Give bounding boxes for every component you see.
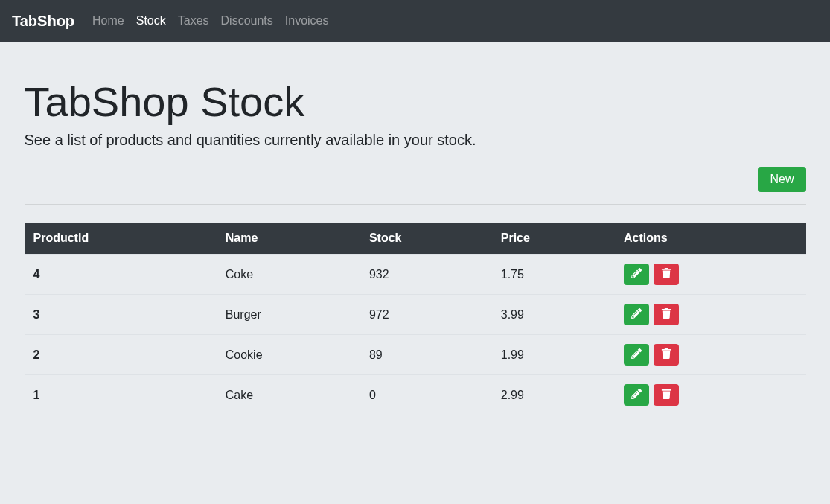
header-name: Name [217, 223, 360, 255]
cell-actions [615, 335, 806, 375]
edit-icon [631, 308, 642, 321]
cell-price: 3.99 [492, 295, 615, 335]
stock-table: ProductId Name Stock Price Actions 4Coke… [25, 223, 806, 415]
table-row: 2Cookie891.99 [25, 335, 806, 375]
cell-productid: 1 [25, 375, 217, 415]
main-container: TabShop Stock See a list of products and… [25, 42, 806, 415]
cell-price: 2.99 [492, 375, 615, 415]
cell-actions [615, 255, 806, 295]
delete-button[interactable] [654, 384, 679, 406]
navbar: TabShop HomeStockTaxesDiscountsInvoices [0, 0, 830, 42]
divider [25, 204, 806, 205]
action-group [624, 304, 797, 325]
edit-button[interactable] [624, 264, 649, 285]
header-productid: ProductId [25, 223, 217, 255]
cell-name: Cake [217, 375, 360, 415]
trash-icon [661, 389, 671, 401]
nav-link-stock[interactable]: Stock [130, 8, 172, 33]
table-row: 1Cake02.99 [25, 375, 806, 415]
cell-price: 1.75 [492, 255, 615, 295]
action-group [624, 264, 797, 285]
navbar-nav: HomeStockTaxesDiscountsInvoices [86, 14, 334, 28]
trash-icon [661, 348, 671, 361]
trash-icon [661, 308, 671, 321]
trash-icon [661, 268, 671, 281]
cell-actions [615, 295, 806, 335]
edit-button[interactable] [624, 344, 649, 366]
navbar-brand[interactable]: TabShop [12, 13, 74, 30]
edit-icon [631, 348, 642, 361]
cell-name: Coke [217, 255, 360, 295]
cell-productid: 4 [25, 255, 217, 295]
action-group [624, 384, 797, 406]
cell-productid: 3 [25, 295, 217, 335]
cell-actions [615, 375, 806, 415]
table-row: 4Coke9321.75 [25, 255, 806, 295]
header-stock: Stock [360, 223, 492, 255]
table-header: ProductId Name Stock Price Actions [25, 223, 806, 255]
cell-price: 1.99 [492, 335, 615, 375]
cell-name: Burger [217, 295, 360, 335]
header-actions: Actions [615, 223, 806, 255]
cell-name: Cookie [217, 335, 360, 375]
page-subtitle: See a list of products and quantities cu… [25, 132, 806, 149]
delete-button[interactable] [654, 304, 679, 325]
cell-stock: 89 [360, 335, 492, 375]
new-button[interactable]: New [758, 167, 805, 192]
nav-link-home[interactable]: Home [86, 8, 130, 33]
cell-stock: 972 [360, 295, 492, 335]
page-title: TabShop Stock [25, 77, 806, 126]
nav-link-taxes[interactable]: Taxes [172, 8, 215, 33]
cell-stock: 932 [360, 255, 492, 295]
edit-button[interactable] [624, 304, 649, 325]
edit-icon [631, 389, 642, 401]
table-body: 4Coke9321.753Burger9723.992Cookie891.991… [25, 255, 806, 415]
action-group [624, 344, 797, 366]
nav-link-discounts[interactable]: Discounts [215, 8, 279, 33]
cell-stock: 0 [360, 375, 492, 415]
table-row: 3Burger9723.99 [25, 295, 806, 335]
nav-link-invoices[interactable]: Invoices [279, 8, 335, 33]
edit-button[interactable] [624, 384, 649, 406]
delete-button[interactable] [654, 344, 679, 366]
edit-icon [631, 268, 642, 281]
header-price: Price [492, 223, 615, 255]
new-button-row: New [25, 167, 806, 192]
delete-button[interactable] [654, 264, 679, 285]
cell-productid: 2 [25, 335, 217, 375]
